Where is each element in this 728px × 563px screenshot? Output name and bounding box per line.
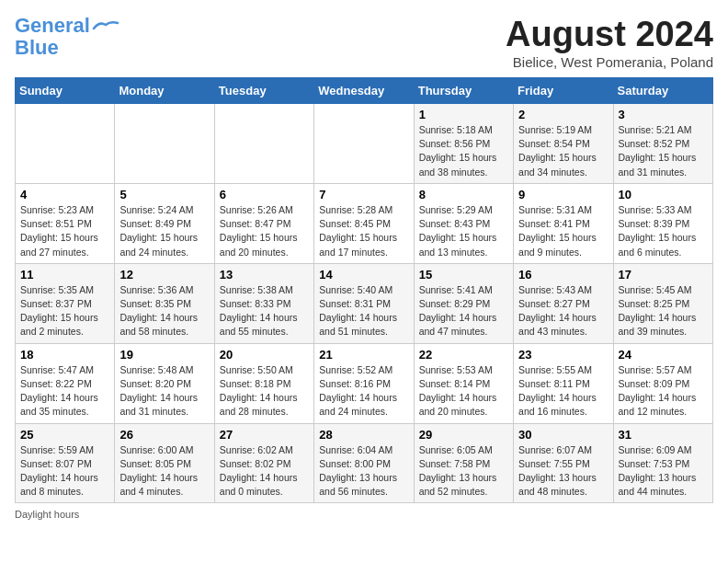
day-info: Sunrise: 5:50 AM Sunset: 8:18 PM Dayligh… <box>220 363 309 419</box>
logo: General Blue <box>15 15 119 59</box>
calendar-cell: 22Sunrise: 5:53 AM Sunset: 8:14 PM Dayli… <box>414 343 513 423</box>
page-header: General Blue August 2024 Bielice, West P… <box>15 15 713 70</box>
calendar-cell: 13Sunrise: 5:38 AM Sunset: 8:33 PM Dayli… <box>214 263 313 343</box>
calendar-cell: 17Sunrise: 5:45 AM Sunset: 8:25 PM Dayli… <box>613 263 712 343</box>
logo-line2: Blue <box>15 36 59 59</box>
logo-bird-icon <box>92 19 119 38</box>
calendar-cell: 24Sunrise: 5:57 AM Sunset: 8:09 PM Dayli… <box>613 343 712 423</box>
calendar-day-header: Saturday <box>613 78 712 104</box>
day-number: 9 <box>518 188 608 201</box>
day-info: Sunrise: 5:55 AM Sunset: 8:11 PM Dayligh… <box>518 363 608 419</box>
day-info: Sunrise: 5:21 AM Sunset: 8:52 PM Dayligh… <box>619 123 708 179</box>
day-info: Sunrise: 5:31 AM Sunset: 8:41 PM Dayligh… <box>518 203 608 259</box>
day-info: Sunrise: 5:36 AM Sunset: 8:35 PM Dayligh… <box>119 283 209 339</box>
day-number: 5 <box>119 188 209 201</box>
day-number: 11 <box>20 268 109 282</box>
calendar-cell: 9Sunrise: 5:31 AM Sunset: 8:41 PM Daylig… <box>514 183 613 263</box>
calendar-cell: 3Sunrise: 5:21 AM Sunset: 8:52 PM Daylig… <box>613 104 712 184</box>
day-info: Sunrise: 6:00 AM Sunset: 8:05 PM Dayligh… <box>119 443 209 500</box>
calendar-week-row: 18Sunrise: 5:47 AM Sunset: 8:22 PM Dayli… <box>16 343 713 423</box>
day-number: 4 <box>20 188 109 201</box>
calendar-cell: 11Sunrise: 5:35 AM Sunset: 8:37 PM Dayli… <box>16 263 115 343</box>
day-number: 18 <box>20 348 109 362</box>
day-info: Sunrise: 5:57 AM Sunset: 8:09 PM Dayligh… <box>619 363 708 419</box>
day-info: Sunrise: 6:05 AM Sunset: 7:58 PM Dayligh… <box>419 443 508 500</box>
day-info: Sunrise: 5:59 AM Sunset: 8:07 PM Dayligh… <box>20 443 109 500</box>
day-info: Sunrise: 5:29 AM Sunset: 8:43 PM Dayligh… <box>419 203 508 259</box>
calendar-day-header: Friday <box>514 78 613 104</box>
calendar-cell: 10Sunrise: 5:33 AM Sunset: 8:39 PM Dayli… <box>613 183 712 263</box>
calendar-cell: 16Sunrise: 5:43 AM Sunset: 8:27 PM Dayli… <box>514 263 613 343</box>
day-info: Sunrise: 5:47 AM Sunset: 8:22 PM Dayligh… <box>20 363 109 419</box>
subtitle: Bielice, West Pomerania, Poland <box>506 54 713 70</box>
day-info: Sunrise: 5:24 AM Sunset: 8:49 PM Dayligh… <box>119 203 209 259</box>
day-number: 12 <box>119 268 209 282</box>
day-number: 31 <box>619 428 708 442</box>
day-number: 20 <box>220 348 309 362</box>
day-info: Sunrise: 5:43 AM Sunset: 8:27 PM Dayligh… <box>518 283 608 339</box>
logo-line1: General <box>15 14 90 37</box>
calendar-week-row: 25Sunrise: 5:59 AM Sunset: 8:07 PM Dayli… <box>16 423 713 503</box>
calendar-cell: 18Sunrise: 5:47 AM Sunset: 8:22 PM Dayli… <box>16 343 115 423</box>
calendar-cell <box>16 104 115 184</box>
day-info: Sunrise: 5:48 AM Sunset: 8:20 PM Dayligh… <box>119 363 209 419</box>
calendar-table: SundayMondayTuesdayWednesdayThursdayFrid… <box>15 77 713 503</box>
main-title: August 2024 <box>506 15 713 54</box>
day-info: Sunrise: 5:38 AM Sunset: 8:33 PM Dayligh… <box>220 283 309 339</box>
calendar-week-row: 4Sunrise: 5:23 AM Sunset: 8:51 PM Daylig… <box>16 183 713 263</box>
day-number: 23 <box>518 348 608 362</box>
calendar-cell <box>314 104 414 184</box>
day-info: Sunrise: 5:52 AM Sunset: 8:16 PM Dayligh… <box>319 363 408 419</box>
day-number: 16 <box>518 268 608 282</box>
day-number: 25 <box>20 428 109 442</box>
day-number: 24 <box>619 348 708 362</box>
calendar-cell: 6Sunrise: 5:26 AM Sunset: 8:47 PM Daylig… <box>214 183 313 263</box>
calendar-cell: 2Sunrise: 5:19 AM Sunset: 8:54 PM Daylig… <box>514 104 613 184</box>
day-number: 22 <box>419 348 508 362</box>
footer-text: Daylight hours <box>15 509 79 520</box>
day-info: Sunrise: 6:02 AM Sunset: 8:02 PM Dayligh… <box>220 443 309 500</box>
day-number: 26 <box>119 428 209 442</box>
day-number: 1 <box>419 108 508 121</box>
calendar-cell: 1Sunrise: 5:18 AM Sunset: 8:56 PM Daylig… <box>414 104 513 184</box>
calendar-cell: 14Sunrise: 5:40 AM Sunset: 8:31 PM Dayli… <box>314 263 414 343</box>
day-number: 19 <box>119 348 209 362</box>
day-number: 29 <box>419 428 508 442</box>
calendar-cell: 30Sunrise: 6:07 AM Sunset: 7:55 PM Dayli… <box>514 423 613 503</box>
calendar-week-row: 1Sunrise: 5:18 AM Sunset: 8:56 PM Daylig… <box>16 104 713 184</box>
calendar-cell <box>214 104 313 184</box>
calendar-cell: 31Sunrise: 6:09 AM Sunset: 7:53 PM Dayli… <box>613 423 712 503</box>
calendar-cell: 27Sunrise: 6:02 AM Sunset: 8:02 PM Dayli… <box>214 423 313 503</box>
day-number: 6 <box>220 188 309 201</box>
day-info: Sunrise: 5:33 AM Sunset: 8:39 PM Dayligh… <box>619 203 708 259</box>
footer-note: Daylight hours <box>15 509 713 520</box>
calendar-day-header: Thursday <box>414 78 513 104</box>
calendar-cell: 15Sunrise: 5:41 AM Sunset: 8:29 PM Dayli… <box>414 263 513 343</box>
day-number: 10 <box>619 188 708 201</box>
calendar-cell: 5Sunrise: 5:24 AM Sunset: 8:49 PM Daylig… <box>115 183 214 263</box>
day-number: 21 <box>319 348 408 362</box>
day-info: Sunrise: 5:18 AM Sunset: 8:56 PM Dayligh… <box>419 123 508 179</box>
calendar-day-header: Sunday <box>16 78 115 104</box>
calendar-cell: 7Sunrise: 5:28 AM Sunset: 8:45 PM Daylig… <box>314 183 414 263</box>
day-number: 15 <box>419 268 508 282</box>
day-number: 14 <box>319 268 408 282</box>
calendar-day-header: Wednesday <box>314 78 414 104</box>
day-number: 13 <box>220 268 309 282</box>
day-info: Sunrise: 5:45 AM Sunset: 8:25 PM Dayligh… <box>619 283 708 339</box>
day-number: 17 <box>619 268 708 282</box>
calendar-day-header: Monday <box>115 78 214 104</box>
calendar-cell: 12Sunrise: 5:36 AM Sunset: 8:35 PM Dayli… <box>115 263 214 343</box>
calendar-cell: 19Sunrise: 5:48 AM Sunset: 8:20 PM Dayli… <box>115 343 214 423</box>
day-number: 30 <box>518 428 608 442</box>
day-info: Sunrise: 5:53 AM Sunset: 8:14 PM Dayligh… <box>419 363 508 419</box>
logo-text: General Blue <box>15 15 90 59</box>
day-info: Sunrise: 5:35 AM Sunset: 8:37 PM Dayligh… <box>20 283 109 339</box>
calendar-cell: 20Sunrise: 5:50 AM Sunset: 8:18 PM Dayli… <box>214 343 313 423</box>
day-info: Sunrise: 6:09 AM Sunset: 7:53 PM Dayligh… <box>619 443 708 500</box>
day-number: 3 <box>619 108 708 121</box>
calendar-cell: 4Sunrise: 5:23 AM Sunset: 8:51 PM Daylig… <box>16 183 115 263</box>
day-info: Sunrise: 5:26 AM Sunset: 8:47 PM Dayligh… <box>220 203 309 259</box>
day-number: 7 <box>319 188 408 201</box>
calendar-cell <box>115 104 214 184</box>
